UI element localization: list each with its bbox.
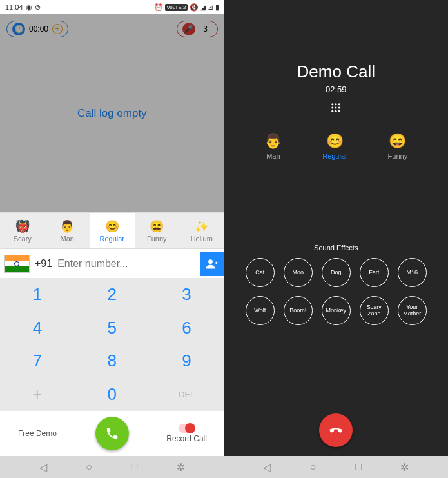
voice-label: Regular [322,152,347,160]
voice-tab-regular[interactable]: 😊 Regular [90,212,135,248]
sound-moo[interactable]: Moo [284,258,313,287]
signal-icon: ◢ [200,3,206,12]
android-nav: ◁ ○ □ ✲ [0,456,224,478]
key-del[interactable]: DEL [150,378,224,412]
hangup-button[interactable] [319,413,353,447]
voice-label: Regular [99,235,124,243]
sound-effects-title: Sound Effects [224,244,449,252]
regular-icon: 😊 [105,219,119,234]
key-5[interactable]: 5 [75,312,150,345]
dim-overlay [0,14,224,212]
nav-home-icon[interactable]: ○ [86,461,92,473]
nav-home-icon[interactable]: ○ [310,461,317,473]
key-2[interactable]: 2 [75,278,150,312]
key-3[interactable]: 3 [150,278,224,312]
nav-back-icon[interactable]: ◁ [263,461,271,473]
sound-boom[interactable]: Boom! [284,296,313,325]
voice-label: Scary [14,235,32,243]
call-header: Demo Call 02:59 [224,62,449,116]
battery-icon: ▮ [215,3,219,12]
voice-dark-regular[interactable]: 😊 Regular [322,133,347,160]
funny-icon: 😄 [389,133,406,150]
instagram-icon: ⊚ [35,3,41,12]
key-0[interactable]: 0 [75,378,150,412]
number-row: +91 [0,248,224,278]
hangup-icon [327,422,344,439]
dialpad-icon[interactable] [330,102,342,114]
status-time: 11:04 [5,3,23,11]
sound-effects-section: Sound Effects Cat Moo Dog Fart M16 Wolf … [224,244,449,325]
number-input[interactable] [57,258,199,270]
contact-icon [206,257,219,270]
nav-back-icon[interactable]: ◁ [39,461,47,473]
status-bar: 11:04 ◉ ⊚ ⏰ VoLTE 2 🔇 ◢ ⊿ ▮ [0,0,224,14]
dialer-screen: 11:04 ◉ ⊚ ⏰ VoLTE 2 🔇 ◢ ⊿ ▮ 🕐 00:00 + 🎤 … [0,0,224,478]
voice-label: Helium [191,235,213,243]
nav-accessibility-icon[interactable]: ✲ [400,461,409,473]
voice-label: Man [266,152,280,160]
svg-point-8 [335,110,337,112]
call-button[interactable] [95,417,129,450]
sound-fart[interactable]: Fart [360,258,389,287]
regular-icon: 😊 [326,133,344,150]
voice-tabs-dark: 👨 Man 😊 Regular 😄 Funny [224,133,449,160]
bottom-row: Free Demo Record Call [0,411,224,456]
voice-label: Funny [147,235,167,243]
free-demo-label: Free Demo [18,429,57,438]
sound-cat[interactable]: Cat [246,258,275,287]
key-8[interactable]: 8 [75,344,150,378]
scary-icon: 👹 [15,219,30,234]
key-4[interactable]: 4 [0,312,75,345]
voice-tabs: 👹 Scary 👨 Man 😊 Regular 😄 Funny ✨ Helium [0,212,224,248]
phone-icon [105,426,119,441]
key-7[interactable]: 7 [0,344,75,378]
sound-scary-zone[interactable]: Scary Zone [360,296,389,325]
voice-dark-funny[interactable]: 😄 Funny [388,133,408,160]
mute-icon: 🔇 [190,3,199,12]
svg-point-0 [208,259,213,264]
svg-point-3 [338,103,340,105]
contacts-button[interactable] [200,252,224,276]
sound-dog[interactable]: Dog [322,258,351,287]
caller-name: Demo Call [224,62,449,82]
man-icon: 👨 [264,133,282,150]
voice-tab-scary[interactable]: 👹 Scary [0,212,45,248]
voice-dark-man[interactable]: 👨 Man [264,133,282,160]
key-1[interactable]: 1 [0,278,75,312]
key-6[interactable]: 6 [150,312,224,345]
voice-label: Funny [388,152,408,160]
voice-label: Man [61,235,74,243]
voice-tab-helium[interactable]: ✨ Helium [179,212,224,248]
call-log-area: 🕐 00:00 + 🎤 3 Call log empty [0,14,224,212]
country-code[interactable]: +91 [30,258,57,270]
android-nav-right: ◁ ○ □ ✲ [224,456,449,478]
voice-tab-man[interactable]: 👨 Man [45,212,90,248]
key-9[interactable]: 9 [150,344,224,378]
svg-point-7 [332,110,334,112]
sound-wolf[interactable]: Wolf [246,296,275,325]
sound-m16[interactable]: M16 [398,258,427,287]
call-duration: 02:59 [224,85,449,94]
record-call-toggle[interactable]: Record Call [150,424,224,443]
sound-your-mother[interactable]: Your Mother [398,296,427,325]
nav-recent-icon[interactable]: □ [355,461,362,473]
funny-icon: 😄 [150,219,164,234]
svg-point-9 [338,110,340,112]
status-bar-right [224,0,449,14]
svg-point-6 [338,107,340,109]
svg-point-1 [332,103,334,105]
svg-point-5 [335,107,337,109]
record-call-label: Record Call [166,434,207,443]
key-plus[interactable]: + [0,378,75,412]
helium-icon: ✨ [195,219,209,234]
nav-recent-icon[interactable]: □ [131,461,138,473]
free-demo-button[interactable]: Free Demo [0,429,75,438]
voice-tab-funny[interactable]: 😄 Funny [135,212,180,248]
wifi-icon: ⊿ [208,3,213,12]
toggle-icon [179,424,195,433]
sound-monkey[interactable]: Monkey [322,296,351,325]
alarm-icon: ⏰ [154,3,163,12]
location-icon: ◉ [26,3,32,12]
nav-accessibility-icon[interactable]: ✲ [177,461,185,473]
flag-india[interactable] [4,255,30,273]
